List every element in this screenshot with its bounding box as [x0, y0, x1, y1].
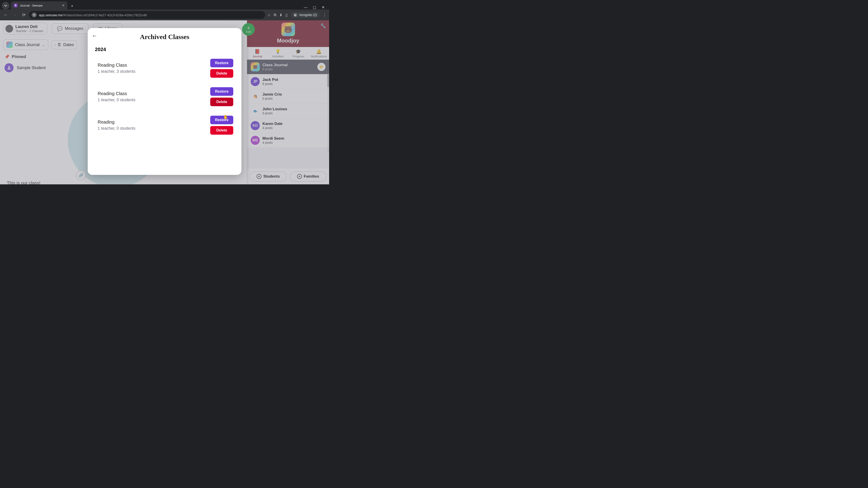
close-window-icon[interactable]: ✕ [322, 5, 324, 9]
tab-search-button[interactable] [2, 2, 9, 9]
kebab-menu-icon[interactable]: ⋮ [323, 13, 327, 17]
site-info-icon[interactable]: ⚙ [32, 12, 37, 18]
archived-class-row: Reading1 teacher, 0 studentsRestoreDelet… [94, 112, 235, 141]
delete-button[interactable]: Delete [210, 98, 233, 106]
address-bar[interactable]: ⚙ app.seesaw.me/#/class/class.e01bf4c2-9… [29, 11, 265, 19]
restore-button[interactable]: Restore [210, 116, 233, 124]
incognito-icon: ◐ [293, 13, 298, 17]
restore-button[interactable]: Restore [210, 59, 233, 67]
nav-back-icon[interactable]: ← [2, 11, 9, 19]
browser-chrome: S Journal - Seesaw ✕ + — ▢ ✕ ← → ⟳ ⚙ app… [0, 0, 329, 20]
tab-title: Journal - Seesaw [20, 4, 60, 7]
bookmark-star-icon[interactable]: ☆ [268, 13, 271, 17]
archived-class-row: Reading Class1 teacher, 0 studentsRestor… [94, 84, 235, 112]
download-icon[interactable]: ⬇ [279, 13, 282, 17]
archived-class-name: Reading [98, 120, 135, 125]
nav-forward-icon: → [11, 11, 19, 19]
restore-button[interactable]: Restore [210, 87, 233, 96]
archived-class-row: Reading Class1 teacher, 3 studentsRestor… [94, 56, 235, 84]
archived-class-sub: 1 teacher, 3 students [98, 69, 135, 74]
archived-class-sub: 1 teacher, 0 students [98, 98, 135, 102]
modal-title: Archived Classes [94, 33, 235, 41]
modal-back-button[interactable]: ← [92, 33, 97, 39]
extensions-icon[interactable]: ⧉ [274, 13, 276, 17]
seesaw-favicon: S [13, 3, 18, 7]
url-path: /#/class/class.e01bf4c2-9a27-42c3-b28a-4… [62, 13, 147, 17]
window-controls: — ▢ ✕ [304, 5, 328, 9]
incognito-label: Incognito (2) [299, 13, 317, 17]
delete-button[interactable]: Delete [210, 69, 233, 78]
reader-icon[interactable]: ▯ [285, 13, 287, 17]
archived-classes-modal: ← Archived Classes 2024 Reading Class1 t… [88, 28, 241, 175]
delete-button[interactable]: Delete [210, 126, 233, 135]
close-tab-icon[interactable]: ✕ [62, 4, 65, 7]
url-host: app.seesaw.me [39, 13, 62, 17]
nav-reload-icon[interactable]: ⟳ [20, 11, 28, 19]
app-root: Lauren Deli Teacher - 2 Classes 💬 Messag… [0, 20, 329, 184]
incognito-chip[interactable]: ◐ Incognito (2) [291, 12, 320, 18]
new-tab-button[interactable]: + [69, 3, 75, 9]
maximize-icon[interactable]: ▢ [313, 5, 316, 9]
url-text: app.seesaw.me/#/class/class.e01bf4c2-9a2… [39, 13, 147, 17]
modal-year: 2024 [95, 46, 235, 53]
browser-tab[interactable]: S Journal - Seesaw ✕ [11, 1, 67, 9]
archived-class-name: Reading Class [98, 63, 135, 68]
minimize-icon[interactable]: — [304, 5, 307, 9]
archived-class-name: Reading Class [98, 91, 135, 96]
archived-class-sub: 1 teacher, 0 students [98, 126, 135, 131]
